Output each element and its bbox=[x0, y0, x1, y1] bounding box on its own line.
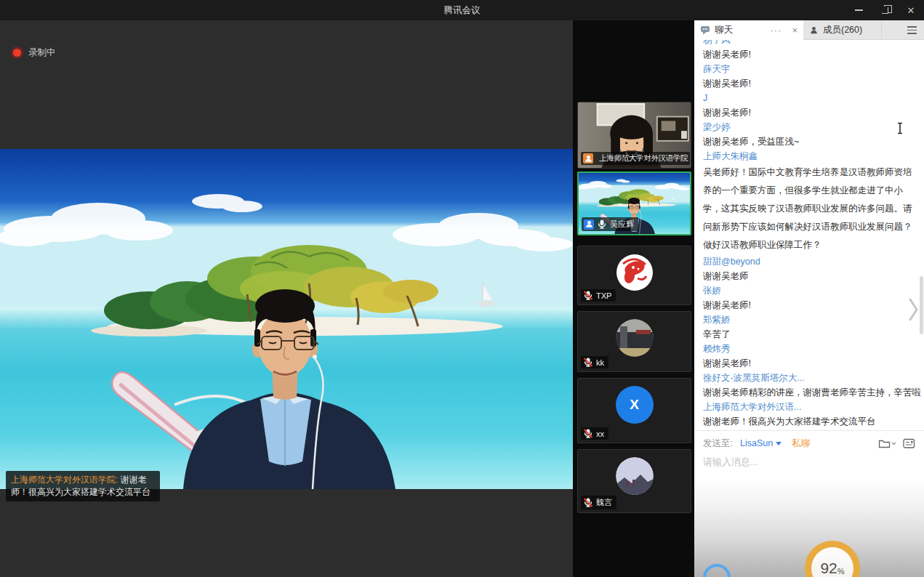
participant-label: 魏言 bbox=[581, 496, 616, 509]
participant-name: kk bbox=[596, 358, 604, 367]
tab-chat-label: 聊天 bbox=[715, 24, 733, 36]
participant-name: 魏言 bbox=[596, 497, 612, 508]
chat-message: 杨子凤谢谢吴老师! bbox=[703, 40, 917, 62]
chat-message: 上师大朱桐鑫吴老师好！国际中文教育学生培养是汉语教师师资培养的一个重要方面，但很… bbox=[703, 149, 917, 254]
island-virtual-background bbox=[0, 149, 573, 489]
participant-thumbnail-column: 上海师范大学对外汉语学院 吴应辉 TXP bbox=[573, 20, 694, 577]
send-to-row: 发送至: LisaSun 私聊 bbox=[703, 435, 915, 452]
participant-tile[interactable]: 上海师范大学对外汉语学院 bbox=[577, 102, 691, 169]
tab-members[interactable]: 成员(260) bbox=[803, 20, 882, 40]
panel-menu-button[interactable] bbox=[899, 20, 924, 40]
chevron-right-icon bbox=[908, 296, 920, 323]
participant-name: xx bbox=[596, 429, 604, 438]
window-titlebar: 腾讯会议 ✕ bbox=[0, 0, 924, 20]
avatar bbox=[616, 457, 654, 495]
chat-message: 薛天宇谢谢吴老师! bbox=[703, 62, 917, 91]
participant-label: kk bbox=[581, 356, 608, 368]
window-controls: ✕ bbox=[845, 0, 924, 20]
participant-tile[interactable]: 魏言 bbox=[577, 449, 691, 513]
recipient-name: LisaSun bbox=[740, 438, 773, 448]
mic-muted-icon bbox=[583, 358, 593, 367]
participant-label: xx bbox=[581, 427, 608, 440]
text-cursor bbox=[896, 122, 904, 137]
chat-message: 梁少婷谢谢吴老师，受益匪浅~ bbox=[703, 120, 917, 149]
participant-name: 上海师范大学对外汉语学院 bbox=[599, 153, 688, 164]
tab-chat[interactable]: 聊天 ··· × bbox=[694, 20, 803, 40]
chat-message: 上海师范大学对外汉语...谢谢老师！很高兴为大家搭建学术交流平台 bbox=[703, 400, 917, 429]
avatar bbox=[616, 254, 654, 291]
participant-tile[interactable]: 吴应辉 bbox=[577, 172, 691, 235]
chat-more-button[interactable]: ··· bbox=[770, 25, 782, 36]
recording-label: 录制中 bbox=[28, 47, 56, 59]
participant-tile[interactable]: kk bbox=[577, 311, 691, 372]
members-icon bbox=[809, 25, 819, 35]
recording-indicator: 录制中 bbox=[13, 47, 56, 59]
mic-muted-icon bbox=[583, 291, 593, 300]
window-title: 腾讯会议 bbox=[444, 4, 481, 17]
participant-tile[interactable]: X xx bbox=[577, 378, 691, 443]
member-badge-icon bbox=[584, 219, 594, 230]
chat-bubble-icon bbox=[700, 25, 710, 35]
main-video-area[interactable]: 录制中 上海师范大学对外汉语学院: 谢谢老师！很高兴为大家搭建学术交流平台 bbox=[0, 20, 573, 577]
send-to-label: 发送至: bbox=[703, 437, 733, 450]
avatar bbox=[616, 319, 654, 357]
minimize-icon bbox=[855, 9, 863, 11]
chat-message: 甜甜@beyond谢谢吴老师 bbox=[703, 254, 917, 283]
chat-message: 郑紫娇辛苦了 bbox=[703, 312, 917, 342]
restore-button[interactable] bbox=[872, 0, 898, 20]
divider bbox=[694, 430, 924, 431]
chevron-down-icon bbox=[776, 442, 782, 445]
participant-name: TXP bbox=[596, 291, 611, 300]
close-button[interactable]: ✕ bbox=[898, 0, 924, 20]
restore-icon bbox=[882, 7, 888, 14]
chat-message: J谢谢吴老师! bbox=[703, 91, 917, 120]
private-chat-badge: 私聊 bbox=[792, 437, 810, 450]
mic-muted-icon bbox=[583, 429, 593, 438]
chat-close-button[interactable]: × bbox=[792, 25, 798, 36]
chat-message: 徐好文-波黑莫斯塔尔大...谢谢吴老师精彩的讲座，谢谢曹老师辛苦主持，辛苦啦！ bbox=[703, 371, 917, 400]
avatar: X bbox=[616, 386, 654, 424]
recipient-dropdown[interactable]: LisaSun bbox=[740, 438, 782, 448]
progress-unit: % bbox=[837, 567, 845, 576]
caption-speaker: 上海师范大学对外汉语学院: bbox=[11, 475, 118, 485]
host-badge-icon bbox=[583, 153, 593, 164]
progress-value: 92 bbox=[820, 560, 837, 577]
participant-label: 吴应辉 bbox=[582, 217, 638, 231]
chat-tabbar: 聊天 ··· × 成员(260) bbox=[694, 20, 924, 40]
minimize-button[interactable] bbox=[845, 0, 872, 20]
participant-label: 上海师范大学对外汉语学院 bbox=[581, 152, 690, 165]
speaker-video-frame bbox=[0, 149, 573, 489]
recording-dot-icon bbox=[13, 49, 21, 57]
participant-tile[interactable]: TXP bbox=[577, 246, 691, 305]
chat-message-list[interactable]: 杨子凤谢谢吴老师! 薛天宇谢谢吴老师! J谢谢吴老师! 梁少婷谢谢吴老师，受益匪… bbox=[694, 40, 924, 431]
participant-label: TXP bbox=[581, 289, 616, 302]
mic-on-icon bbox=[597, 219, 607, 229]
chat-message: 赖炜秀谢谢吴老师! bbox=[703, 342, 917, 371]
participant-name: 吴应辉 bbox=[610, 219, 634, 230]
chat-history-icon[interactable] bbox=[903, 438, 915, 449]
message-input[interactable] bbox=[703, 453, 914, 469]
chat-scrollbar[interactable] bbox=[920, 276, 923, 334]
chat-panel: 聊天 ··· × 成员(260) 杨子凤谢谢吴老师! 薛天宇谢谢吴老师! J谢谢… bbox=[694, 20, 924, 577]
panel-collapse-button[interactable] bbox=[908, 296, 920, 326]
mic-muted-icon bbox=[583, 498, 593, 507]
chat-message: 张娇谢谢吴老师! bbox=[703, 283, 917, 312]
tab-members-label: 成员(260) bbox=[823, 24, 862, 36]
folder-icon[interactable] bbox=[878, 438, 897, 449]
chat-caption-overlay: 上海师范大学对外汉语学院: 谢谢老师！很高兴为大家搭建学术交流平台 bbox=[6, 471, 160, 501]
tencent-meeting-window: 腾讯会议 ✕ 录制中 上海师范大学对外汉语学院: 谢谢老师！很高兴为大家搭建学术… bbox=[0, 0, 924, 577]
